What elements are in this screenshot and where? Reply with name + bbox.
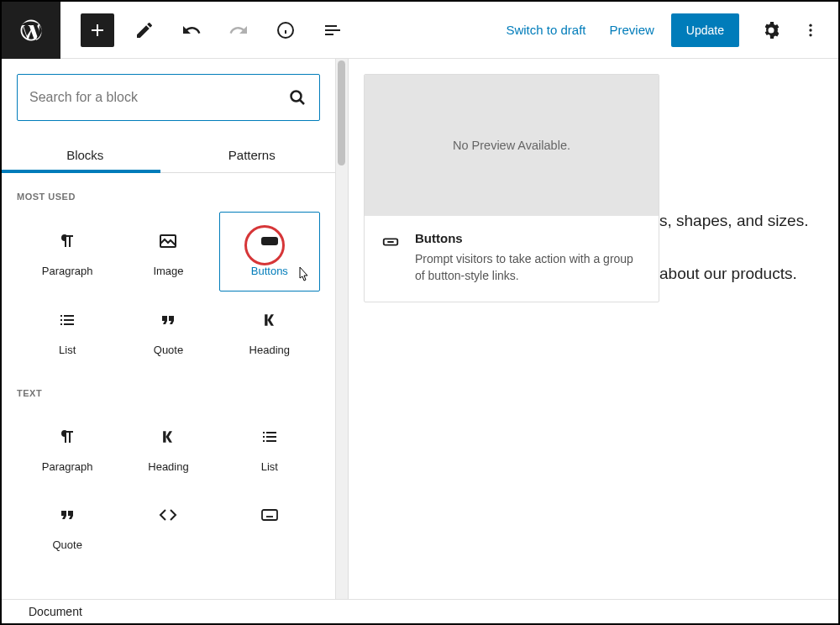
block-paragraph-2[interactable]: Paragraph <box>17 408 118 486</box>
list-icon <box>260 427 280 447</box>
redo-icon <box>228 20 249 40</box>
preview-empty-state: No Preview Available. <box>365 75 659 216</box>
pencil-icon <box>134 20 155 40</box>
block-list-2[interactable]: List <box>219 408 320 486</box>
svg-point-3 <box>809 24 811 26</box>
breadcrumb[interactable]: Document <box>29 605 82 618</box>
inserter-tabs: Blocks Patterns <box>2 136 335 173</box>
switch-to-draft-link[interactable]: Switch to draft <box>494 23 597 37</box>
undo-icon <box>181 20 202 40</box>
wordpress-icon <box>18 18 44 43</box>
preview-description: Prompt visitors to take action with a gr… <box>415 250 642 285</box>
block-code[interactable]: Code <box>118 486 218 565</box>
heading-icon <box>260 310 280 330</box>
block-image[interactable]: Image <box>118 212 218 291</box>
block-buttons[interactable]: Buttons <box>219 212 320 291</box>
quote-icon <box>158 310 178 330</box>
svg-rect-11 <box>262 510 277 520</box>
block-quote[interactable]: Quote <box>118 291 218 370</box>
info-icon <box>276 20 296 40</box>
details-button[interactable] <box>274 18 297 42</box>
tab-patterns[interactable]: Patterns <box>169 136 336 172</box>
block-paragraph[interactable]: Paragraph <box>17 212 118 291</box>
settings-button[interactable] <box>753 12 790 49</box>
list-view-icon <box>323 20 343 40</box>
svg-point-5 <box>809 34 811 36</box>
quote-icon <box>57 505 77 525</box>
svg-line-7 <box>300 100 304 104</box>
preview-title: Buttons <box>415 231 642 245</box>
canvas-text-fragment-1: s, shapes, and sizes. <box>659 212 808 230</box>
update-button[interactable]: Update <box>671 13 739 47</box>
block-list[interactable]: List <box>17 291 118 370</box>
edit-tool-button[interactable] <box>133 18 156 42</box>
block-preview-popover: No Preview Available. Buttons Prompt vis… <box>364 74 659 302</box>
block-inserter-panel: Blocks Patterns MOST USED Paragraph Imag… <box>2 59 336 599</box>
tab-blocks[interactable]: Blocks <box>2 136 169 172</box>
search-input[interactable] <box>29 90 287 105</box>
paragraph-icon <box>57 231 77 251</box>
list-icon <box>57 310 77 330</box>
more-vertical-icon <box>802 22 819 39</box>
canvas-text-fragment-2: about our products. <box>659 265 797 283</box>
preview-link[interactable]: Preview <box>597 23 665 37</box>
editor-topbar: Switch to draft Preview Update <box>2 2 838 59</box>
category-most-used: MOST USED <box>17 192 320 202</box>
plus-icon <box>87 20 108 40</box>
editor-footer: Document <box>2 599 838 623</box>
redo-button[interactable] <box>227 18 250 42</box>
inserter-results: MOST USED Paragraph Image Buttons <box>2 173 335 599</box>
undo-button[interactable] <box>180 18 203 42</box>
editor-canvas[interactable]: No Preview Available. Buttons Prompt vis… <box>349 59 838 599</box>
classic-icon <box>260 505 280 525</box>
inserter-scrollbar[interactable] <box>336 59 349 599</box>
gear-icon <box>761 20 781 40</box>
buttons-icon <box>381 233 400 285</box>
more-options-button[interactable] <box>798 12 823 49</box>
code-icon <box>158 505 178 525</box>
paragraph-icon <box>57 427 77 447</box>
svg-point-4 <box>809 29 811 31</box>
wordpress-logo-button[interactable] <box>2 2 60 59</box>
svg-point-6 <box>291 92 302 102</box>
search-icon <box>287 87 307 108</box>
image-icon <box>158 231 178 251</box>
outline-button[interactable] <box>321 18 344 42</box>
block-heading[interactable]: Heading <box>219 291 320 370</box>
heading-icon <box>158 427 178 447</box>
scrollbar-thumb[interactable] <box>338 60 345 165</box>
buttons-icon <box>260 231 280 251</box>
block-quote-2[interactable]: Quote <box>17 486 118 565</box>
block-heading-2[interactable]: Heading <box>118 408 218 486</box>
block-classic[interactable]: Classic <box>219 486 320 565</box>
block-search[interactable] <box>17 74 320 121</box>
block-inserter-button[interactable] <box>81 13 114 47</box>
category-text: TEXT <box>17 388 320 398</box>
